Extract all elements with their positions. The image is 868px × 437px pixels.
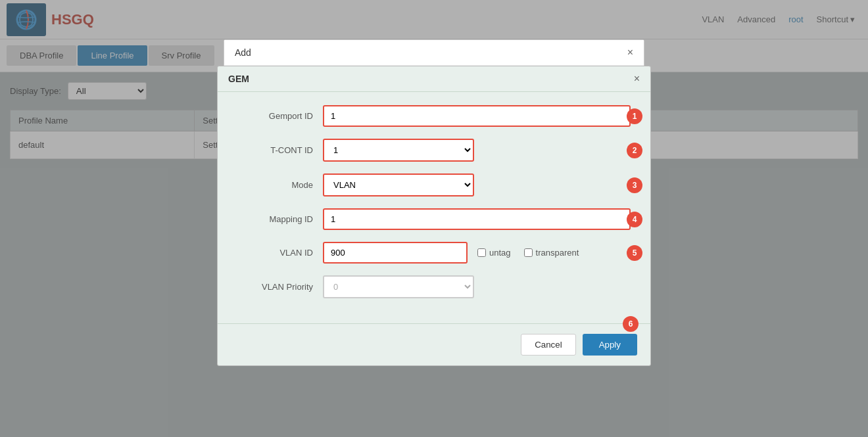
vlan-id-label: VLAN ID xyxy=(237,248,323,258)
mode-row: Mode VLAN 3 xyxy=(237,173,631,196)
step-badge-1: 1 xyxy=(627,108,642,124)
gem-modal: GEM × Forelist Gemport ID 1 T-CONT ID 1 … xyxy=(217,66,651,366)
vlan-id-row: VLAN ID untag transparent 5 xyxy=(237,242,631,264)
gemport-id-input[interactable] xyxy=(323,105,631,127)
gem-modal-footer: 6 Cancel Apply xyxy=(218,323,650,365)
step-badge-6: 6 xyxy=(623,316,639,332)
mapping-id-row: Mapping ID 4 xyxy=(237,208,631,230)
untag-label: untag xyxy=(477,248,511,258)
mode-label: Mode xyxy=(237,180,323,190)
gem-modal-close-button[interactable]: × xyxy=(634,73,640,85)
gem-modal-body: Forelist Gemport ID 1 T-CONT ID 1 2 Mode… xyxy=(218,92,650,323)
tcont-id-row: T-CONT ID 1 2 xyxy=(237,139,631,162)
outer-modal-close-button[interactable]: × xyxy=(627,47,633,58)
outer-modal-overlay: Add × Profile Name GEM × Forelist Gempor… xyxy=(0,0,868,437)
vlan-priority-row: VLAN Priority 0 xyxy=(237,275,631,298)
vlan-priority-label: VLAN Priority xyxy=(237,282,323,292)
tcont-id-label: T-CONT ID xyxy=(237,145,323,155)
vlan-id-input[interactable] xyxy=(323,242,468,264)
cancel-button[interactable]: Cancel xyxy=(521,334,576,356)
gem-modal-title: GEM xyxy=(228,74,249,84)
transparent-checkbox[interactable] xyxy=(524,248,533,257)
apply-button[interactable]: Apply xyxy=(583,334,637,356)
step-badge-3: 3 xyxy=(627,177,642,193)
outer-modal-header: Add × xyxy=(224,40,644,66)
gemport-id-label: Gemport ID xyxy=(237,111,323,121)
step-badge-5: 5 xyxy=(627,245,642,261)
mapping-id-input[interactable] xyxy=(323,208,631,230)
gemport-id-row: Gemport ID 1 xyxy=(237,105,631,127)
untag-checkbox[interactable] xyxy=(477,248,486,257)
tcont-id-select[interactable]: 1 xyxy=(323,139,474,162)
gem-modal-header: GEM × xyxy=(218,66,650,92)
mode-select[interactable]: VLAN xyxy=(323,173,474,196)
step-badge-4: 4 xyxy=(627,212,642,227)
transparent-label: transparent xyxy=(524,248,579,258)
vlan-checkboxes: untag transparent xyxy=(477,248,579,258)
outer-modal-title: Add xyxy=(235,47,251,58)
step-badge-2: 2 xyxy=(627,143,642,158)
mapping-id-label: Mapping ID xyxy=(237,214,323,224)
vlan-priority-select[interactable]: 0 xyxy=(323,275,474,298)
